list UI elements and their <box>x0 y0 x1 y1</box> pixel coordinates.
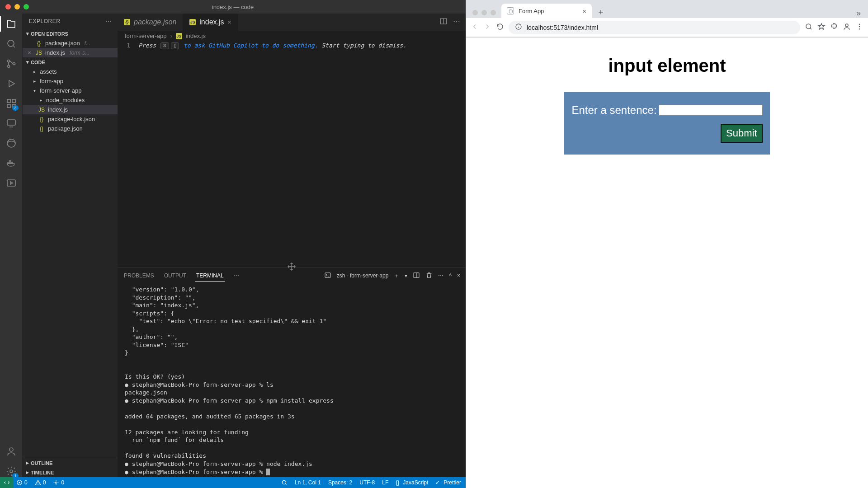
close-window-icon[interactable] <box>472 10 478 15</box>
tree-folder[interactable]: ▸ node_modules <box>23 95 118 105</box>
tab-label: index.js <box>199 18 224 26</box>
open-editor-item[interactable]: {} package.json f... <box>23 38 118 48</box>
svg-point-16 <box>10 470 13 473</box>
split-terminal-icon[interactable] <box>413 272 420 280</box>
more-icon[interactable]: ⋯ <box>453 17 460 27</box>
zoom-icon[interactable] <box>805 23 813 33</box>
menu-icon[interactable] <box>855 23 863 33</box>
docker-icon[interactable] <box>5 157 17 169</box>
gear-icon[interactable]: 1 <box>5 465 17 477</box>
submit-button[interactable]: Submit <box>721 124 762 143</box>
status-warnings[interactable]: 0 <box>35 479 46 486</box>
forward-button[interactable] <box>483 23 491 33</box>
status-cursor[interactable]: Ln 1, Col 1 <box>295 479 321 486</box>
status-spaces[interactable]: Spaces: 2 <box>328 479 352 486</box>
more-icon[interactable]: ⋯ <box>233 270 240 282</box>
status-ports[interactable]: 0 <box>53 479 64 486</box>
kbd-i: I <box>171 42 179 49</box>
chevron-down-icon[interactable]: » <box>856 9 864 18</box>
terminal-shell-icon <box>324 272 331 280</box>
extensions-icon[interactable] <box>830 23 838 33</box>
tab-index-js[interactable]: JS index.js × <box>183 14 238 31</box>
url-text: localhost:5173/index.html <box>527 24 598 31</box>
remote-explorer-icon[interactable] <box>5 117 17 129</box>
svg-point-24 <box>806 24 811 29</box>
breadcrumb-root: form-server-app <box>125 33 166 39</box>
minimize-window-icon[interactable] <box>481 10 487 15</box>
status-eol[interactable]: LF <box>382 479 388 486</box>
svg-rect-13 <box>9 160 11 162</box>
search-icon[interactable] <box>5 38 17 50</box>
chevron-up-icon[interactable]: ^ <box>449 272 452 279</box>
source-control-icon[interactable] <box>5 58 17 70</box>
remote-indicator[interactable] <box>0 477 14 488</box>
code-area[interactable]: 1 Press ⌘I to ask GitHub Copilot to do s… <box>118 41 466 267</box>
tree-file[interactable]: {} package-lock.json <box>23 114 118 124</box>
zoom-icon[interactable] <box>281 479 288 486</box>
close-icon[interactable]: × <box>582 7 586 15</box>
terminal-output[interactable]: "version": "1.0.0", "description": "", "… <box>118 284 466 477</box>
outline-header[interactable]: ▸ OUTLINE <box>23 458 118 468</box>
svg-point-0 <box>8 40 14 47</box>
chevron-right-icon: ▸ <box>26 460 29 466</box>
profile-icon[interactable] <box>843 23 851 33</box>
open-editors-header[interactable]: ▾ OPEN EDITORS <box>23 29 118 38</box>
tree-file[interactable]: {} package.json <box>23 124 118 133</box>
live-share-icon[interactable] <box>5 177 17 189</box>
status-errors[interactable]: 0 <box>16 479 28 486</box>
timeline-header[interactable]: ▸ TIMELINE <box>23 468 118 477</box>
open-editor-item-active[interactable]: × JS index.js form-s... <box>23 48 118 57</box>
panel-tab-output[interactable]: OUTPUT <box>163 270 187 282</box>
maximize-window-icon[interactable] <box>491 10 496 15</box>
split-editor-icon[interactable] <box>439 17 448 27</box>
tree-folder-open[interactable]: ▾ form-server-app <box>23 86 118 95</box>
status-prettier[interactable]: ✓Prettier <box>435 479 461 486</box>
svg-rect-18 <box>325 272 330 277</box>
panel-tab-terminal[interactable]: TERMINAL <box>195 270 225 282</box>
chevron-down-icon: ▾ <box>26 31 29 37</box>
terminal-shell-label[interactable]: zsh - form-server-app <box>337 272 389 279</box>
account-icon[interactable] <box>5 446 17 457</box>
explorer-icon[interactable] <box>5 18 17 30</box>
move-cursor-icon[interactable] <box>287 262 296 273</box>
new-terminal-icon[interactable]: ＋ <box>394 272 399 280</box>
folder-name: form-server-app <box>40 87 81 94</box>
back-button[interactable] <box>471 23 479 33</box>
panel-tab-problems[interactable]: PROBLEMS <box>123 270 155 282</box>
js-file-icon: JS <box>189 19 196 25</box>
explorer-header: EXPLORER ⋯ <box>23 14 118 29</box>
tree-folder[interactable]: ▸ form-app <box>23 76 118 86</box>
trash-icon[interactable] <box>425 272 433 280</box>
svg-rect-8 <box>7 120 15 125</box>
more-icon[interactable]: ⋯ <box>106 18 112 24</box>
status-encoding[interactable]: UTF-8 <box>359 479 375 486</box>
bottom-panel: PROBLEMS OUTPUT TERMINAL ⋯ zsh - form-se… <box>118 267 466 477</box>
bookmark-icon[interactable] <box>817 23 826 33</box>
tab-package-json[interactable]: {} package.json <box>118 14 183 31</box>
vscode-body: 3 1 EXPLO <box>0 14 466 477</box>
close-icon[interactable]: × <box>457 272 460 279</box>
timeline-label: TIMELINE <box>31 470 54 475</box>
reload-button[interactable] <box>496 23 504 33</box>
close-icon[interactable]: × <box>228 19 231 26</box>
chevron-down-icon[interactable]: ▾ <box>405 272 407 279</box>
breadcrumb[interactable]: form-server-app › JS index.js <box>118 31 466 41</box>
workspace-header[interactable]: ▾ CODE <box>23 57 118 67</box>
omnibox[interactable]: localhost:5173/index.html <box>509 21 800 34</box>
more-icon[interactable]: ⋯ <box>438 272 443 279</box>
browser-tab[interactable]: ▢ Form App × <box>501 4 592 18</box>
explorer-title: EXPLORER <box>29 18 60 24</box>
sentence-input[interactable] <box>659 105 763 116</box>
close-icon[interactable]: × <box>26 49 33 56</box>
tree-file-active[interactable]: JS index.js <box>23 105 118 114</box>
tree-folder[interactable]: ▸ assets <box>23 67 118 76</box>
edge-icon[interactable] <box>5 137 17 149</box>
workspace-label: CODE <box>31 60 45 65</box>
run-debug-icon[interactable] <box>5 78 17 89</box>
extensions-icon[interactable]: 3 <box>5 98 17 109</box>
new-tab-button[interactable]: ＋ <box>594 5 607 18</box>
site-info-icon[interactable] <box>515 23 522 32</box>
status-lang[interactable]: {}JavaScript <box>396 479 428 486</box>
tab-bar: {} package.json JS index.js × ⋯ <box>118 14 466 31</box>
svg-point-25 <box>845 24 848 27</box>
